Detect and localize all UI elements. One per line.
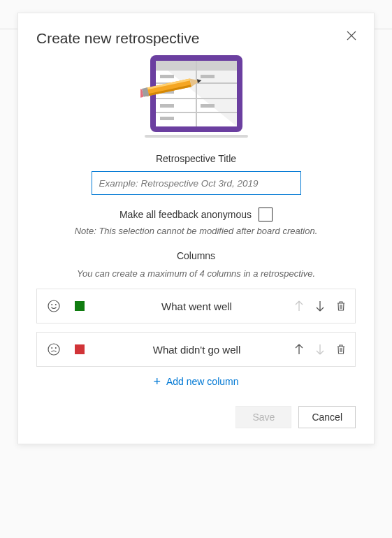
cancel-button[interactable]: Cancel [298,406,356,428]
frown-icon[interactable] [47,343,61,356]
svg-point-24 [55,304,57,305]
svg-rect-12 [160,117,174,120]
retrospective-title-input[interactable] [92,171,301,195]
move-up-button [292,299,306,313]
delete-column-button[interactable] [334,342,348,356]
svg-point-26 [51,347,52,349]
close-icon [347,31,356,41]
column-row: What didn't go well [36,332,356,367]
svg-rect-11 [160,104,174,108]
svg-point-25 [48,344,59,355]
board-pencil-graphic [140,52,252,142]
dialog-title: Create new retrospective [36,30,356,47]
svg-point-23 [51,304,52,305]
svg-rect-9 [160,75,174,78]
trash-icon [336,300,346,312]
color-swatch[interactable] [75,344,85,354]
close-button[interactable] [342,26,361,45]
plus-icon: + [153,375,161,388]
column-actions [292,342,348,356]
dialog-footer: Save Cancel [36,406,356,428]
svg-point-27 [55,347,57,349]
arrow-down-icon [315,300,325,312]
column-actions [292,299,348,313]
svg-rect-0 [145,135,248,138]
arrow-down-icon [315,344,325,355]
column-row: What went well [36,289,356,323]
column-name[interactable]: What didn't go well [101,344,292,356]
move-down-button[interactable] [313,299,327,313]
title-input-wrapper [36,171,356,195]
title-field-label: Retrospective Title [36,153,356,164]
anonymous-checkbox[interactable] [259,208,273,221]
trash-icon [336,344,346,355]
svg-rect-14 [201,104,215,108]
add-column-label: Add new column [166,376,239,387]
svg-rect-13 [201,75,215,78]
columns-heading: Columns [36,250,356,261]
move-down-button [313,342,327,356]
color-swatch[interactable] [75,301,85,311]
smile-icon[interactable] [47,300,61,312]
anonymous-row: Make all feedback anonymous [36,208,356,221]
columns-note: You can create a maximum of 4 columns in… [36,268,356,279]
move-up-button[interactable] [292,342,306,356]
create-retrospective-dialog: Create new retrospective [17,13,375,444]
svg-point-22 [48,300,59,312]
anonymous-note: Note: This selection cannot be modified … [36,226,356,236]
retrospective-board-illustration [36,52,356,142]
delete-column-button[interactable] [334,299,348,313]
anonymous-label: Make all feedback anonymous [119,209,252,220]
column-name[interactable]: What went well [101,300,292,312]
arrow-up-icon [294,344,304,355]
add-column-button[interactable]: + Add new column [36,375,356,388]
save-button: Save [235,406,291,428]
arrow-up-icon [294,300,304,312]
